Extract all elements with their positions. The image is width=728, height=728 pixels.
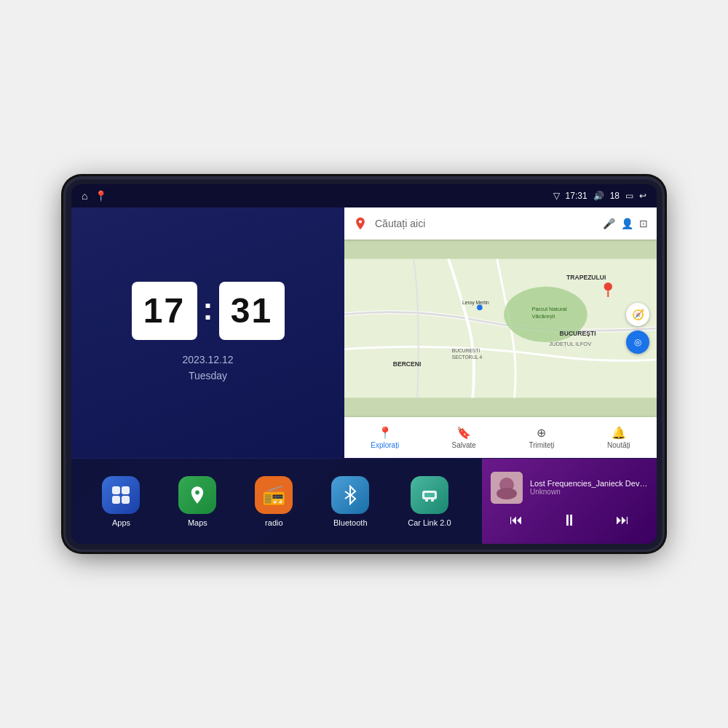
maps-nav-explore[interactable]: 📍 Explorați — [371, 426, 399, 449]
status-right-info: ▽ 17:31 🔊 18 ▭ ↩ — [553, 191, 646, 201]
home-icon[interactable]: ⌂ — [82, 190, 87, 202]
music-text: Lost Frequencies_Janieck Devy-... Unknow… — [530, 479, 648, 496]
share-icon: ⊕ — [537, 426, 546, 440]
screen: ⌂ 📍 ▽ 17:31 🔊 18 ▭ ↩ 17 : — [71, 184, 657, 544]
clock-colon: : — [203, 292, 213, 327]
battery-icon: ▭ — [625, 191, 633, 201]
news-icon: 🔔 — [612, 426, 626, 440]
svg-text:TRAPEZULUI: TRAPEZULUI — [566, 274, 606, 281]
svg-text:BUCUREȘTI: BUCUREȘTI — [560, 330, 596, 337]
apps-bar: Apps Maps 📻 radi — [71, 459, 482, 544]
mic-icon[interactable]: 🎤 — [603, 218, 615, 229]
music-title: Lost Frequencies_Janieck Devy-... — [530, 479, 648, 488]
svg-text:Parcul Natural: Parcul Natural — [531, 306, 567, 312]
bluetooth-label: Bluetooth — [333, 518, 367, 527]
app-item-maps[interactable]: Maps — [178, 476, 216, 527]
google-maps-icon — [353, 216, 368, 231]
map-search-bar[interactable]: Căutați aici 🎤 👤 ⊡ — [344, 207, 657, 240]
svg-text:JUDEȚUL ILFOV: JUDEȚUL ILFOV — [549, 341, 592, 347]
bottom-section: Apps Maps 📻 radi — [71, 458, 657, 544]
svg-rect-19 — [424, 493, 435, 497]
clock-display: 17 : 31 — [132, 282, 285, 340]
explore-icon: 📍 — [378, 426, 392, 440]
car-head-unit: ⌂ 📍 ▽ 17:31 🔊 18 ▭ ↩ 17 : — [66, 178, 662, 550]
app-item-bluetooth[interactable]: Bluetooth — [331, 476, 369, 527]
maps-label: Maps — [188, 518, 207, 527]
radio-icon: 📻 — [255, 476, 293, 514]
music-info: Lost Frequencies_Janieck Devy-... Unknow… — [491, 472, 648, 504]
svg-point-24 — [496, 488, 517, 499]
svg-text:Văcărești: Văcărești — [531, 313, 555, 320]
share-label: Trimiteți — [529, 441, 554, 449]
compass-btn[interactable]: 🧭 — [626, 303, 649, 326]
apps-icon — [102, 476, 140, 514]
svg-rect-17 — [122, 496, 130, 504]
play-pause-button[interactable]: ⏸ — [555, 510, 583, 531]
svg-text:BERCENI: BERCENI — [393, 360, 422, 368]
status-bar: ⌂ 📍 ▽ 17:31 🔊 18 ▭ ↩ — [71, 184, 657, 207]
news-label: Noutăți — [607, 441, 630, 449]
svg-point-10 — [477, 305, 483, 311]
saved-icon: 🔖 — [456, 426, 471, 440]
music-panel: Lost Frequencies_Janieck Devy-... Unknow… — [482, 459, 657, 544]
apps-label: Apps — [112, 518, 130, 527]
music-artist: Unknown — [530, 488, 648, 496]
map-controls: 🧭 ◎ — [626, 303, 649, 354]
location-btn[interactable]: ◎ — [626, 331, 649, 354]
music-controls: ⏮ ⏸ ⏭ — [491, 510, 648, 531]
next-button[interactable]: ⏭ — [610, 511, 635, 529]
maps-bottom-nav: 📍 Explorați 🔖 Salvate ⊕ Trimiteți 🔔 — [344, 417, 657, 458]
radio-label: radio — [265, 518, 282, 527]
map-pin-icon[interactable]: 📍 — [95, 190, 107, 202]
signal-icon: ▽ — [553, 191, 560, 201]
clock-hours: 17 — [132, 282, 197, 340]
layers-icon[interactable]: ⊡ — [639, 218, 648, 229]
clock-minutes: 31 — [219, 282, 285, 340]
carlink-label: Car Link 2.0 — [408, 518, 451, 527]
account-icon[interactable]: 👤 — [621, 218, 633, 229]
svg-text:Leroy Merlin: Leroy Merlin — [462, 300, 489, 306]
map-search-input[interactable]: Căutați aici — [375, 218, 596, 229]
maps-nav-saved[interactable]: 🔖 Salvate — [452, 426, 476, 449]
maps-app-icon — [178, 476, 216, 514]
svg-point-12 — [604, 282, 612, 290]
map-area[interactable]: Parcul Natural Văcărești TRAPEZULUI BUCU… — [344, 240, 657, 417]
app-item-apps[interactable]: Apps — [102, 476, 140, 527]
map-panel[interactable]: Căutați aici 🎤 👤 ⊡ — [344, 207, 657, 458]
app-item-carlink[interactable]: Car Link 2.0 — [408, 476, 451, 527]
volume-icon: 🔊 — [593, 191, 604, 201]
svg-rect-15 — [122, 486, 130, 494]
map-search-right: 🎤 👤 ⊡ — [603, 218, 648, 229]
music-thumbnail — [491, 472, 523, 504]
app-item-radio[interactable]: 📻 radio — [255, 476, 293, 527]
svg-text:SECTORUL 4: SECTORUL 4 — [452, 355, 483, 360]
clock-date: 2023.12.12 Tuesday — [182, 352, 233, 384]
status-left-icons: ⌂ 📍 — [82, 190, 107, 202]
svg-rect-20 — [425, 499, 428, 502]
bluetooth-icon — [331, 476, 369, 514]
svg-rect-14 — [112, 486, 120, 494]
map-svg: Parcul Natural Văcărești TRAPEZULUI BUCU… — [344, 240, 657, 417]
clock-panel: 17 : 31 2023.12.12 Tuesday — [71, 207, 344, 458]
svg-rect-16 — [112, 496, 120, 504]
main-content: 17 : 31 2023.12.12 Tuesday — [71, 207, 657, 544]
saved-label: Salvate — [452, 441, 476, 449]
back-icon[interactable]: ↩ — [639, 191, 646, 201]
maps-nav-news[interactable]: 🔔 Noutăți — [607, 426, 630, 449]
status-time: 17:31 — [566, 191, 587, 201]
svg-rect-21 — [431, 499, 434, 502]
svg-text:BUCUREȘTI: BUCUREȘTI — [452, 348, 480, 354]
prev-button[interactable]: ⏮ — [504, 511, 529, 529]
maps-nav-share[interactable]: ⊕ Trimiteți — [529, 426, 554, 449]
battery-level: 18 — [610, 191, 620, 201]
top-section: 17 : 31 2023.12.12 Tuesday — [71, 207, 657, 458]
explore-label: Explorați — [371, 441, 399, 449]
carlink-icon — [411, 476, 448, 514]
